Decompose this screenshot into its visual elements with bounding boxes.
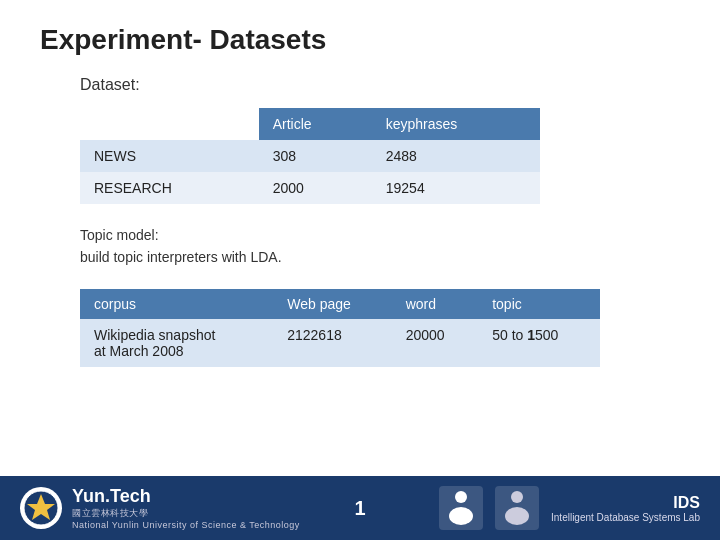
row-corpus: Wikipedia snapshotat March 2008 [80,319,273,367]
footer-right-logos: IDS Intelligent Database Systems Lab [439,486,700,530]
col-header-article: Article [259,108,372,140]
person-icon-2 [502,490,532,526]
svg-point-4 [511,491,523,503]
lab-label: Intelligent Database Systems Lab [551,512,700,523]
page-number: 1 [354,497,365,520]
dataset-table-container: Article keyphrases NEWS 308 2488 RESEARC… [80,108,540,204]
lda-table: corpus Web page word topic Wikipedia sna… [80,289,600,367]
topic-model-section: Topic model: build topic interpreters wi… [80,224,680,269]
yuntech-name: Yun.Tech [72,486,300,507]
figure-icon-2 [495,486,539,530]
row-name: RESEARCH [80,172,259,204]
col-header-empty [80,108,259,140]
dataset-label: Dataset: [80,76,680,94]
person-icon [446,490,476,526]
ids-badge: IDS [673,494,700,512]
figure-icon [439,486,483,530]
footer-logo-text: Yun.Tech 國立雲林科技大學 National Yunlin Univer… [72,486,300,530]
row-article: 308 [259,140,372,172]
svg-point-3 [449,507,473,525]
yuntech-subtitle-en: National Yunlin University of Science & … [72,520,300,530]
col-header-word: word [392,289,479,319]
page-title: Experiment- Datasets [40,24,680,56]
row-webpage: 2122618 [273,319,391,367]
col-header-corpus: corpus [80,289,273,319]
row-topic: 50 to 1500 [478,319,600,367]
col-header-keyphrases: keyphrases [372,108,540,140]
row-keyphrases: 2488 [372,140,540,172]
dataset-table: Article keyphrases NEWS 308 2488 RESEARC… [80,108,540,204]
yuntech-logo-circle [20,487,62,529]
row-keyphrases: 19254 [372,172,540,204]
topic-model-line2: build topic interpreters with LDA. [80,246,680,268]
row-name: NEWS [80,140,259,172]
footer-right-text: IDS Intelligent Database Systems Lab [551,494,700,523]
row-word: 20000 [392,319,479,367]
footer: Yun.Tech 國立雲林科技大學 National Yunlin Univer… [0,476,720,540]
col-header-topic: topic [478,289,600,319]
svg-point-2 [455,491,467,503]
table-row: RESEARCH 2000 19254 [80,172,540,204]
lda-table-container: corpus Web page word topic Wikipedia sna… [80,289,600,367]
col-header-webpage: Web page [273,289,391,319]
table-row: Wikipedia snapshotat March 2008 2122618 … [80,319,600,367]
main-content: Experiment- Datasets Dataset: Article ke… [0,0,720,367]
yuntech-subtitle: 國立雲林科技大學 [72,507,300,520]
svg-point-5 [505,507,529,525]
footer-logo-area: Yun.Tech 國立雲林科技大學 National Yunlin Univer… [20,486,300,530]
row-article: 2000 [259,172,372,204]
topic-model-line1: Topic model: [80,224,680,246]
table-row: NEWS 308 2488 [80,140,540,172]
yuntech-emblem [23,490,59,526]
